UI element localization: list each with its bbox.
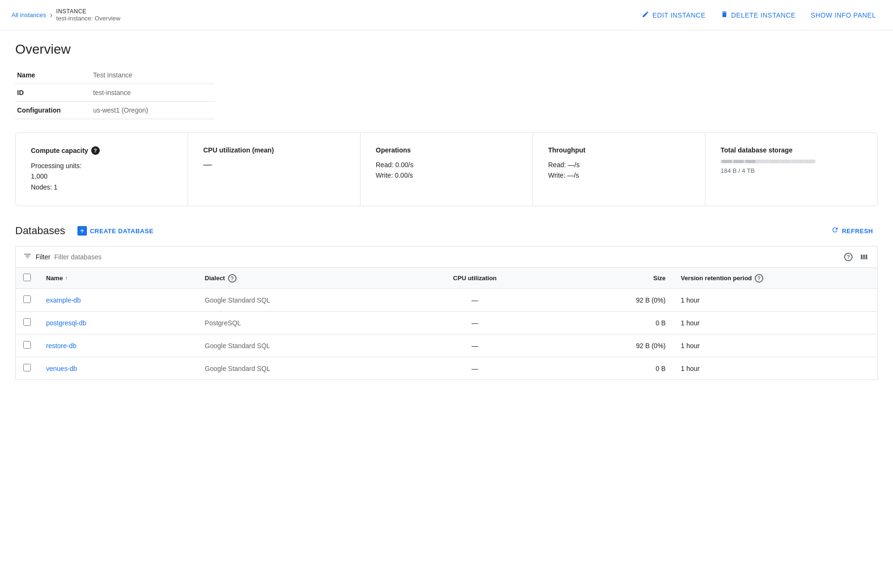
col-retention-label: Version retention period bbox=[681, 275, 752, 282]
operations-read: Read: 0.00/s bbox=[376, 160, 517, 170]
row-checkbox-3[interactable] bbox=[23, 364, 31, 371]
create-database-label: CREATE DATABASE bbox=[90, 228, 153, 235]
plus-icon: + bbox=[77, 226, 87, 236]
row-cpu-cell: — bbox=[396, 312, 554, 334]
name-header-container: Name ↑ bbox=[46, 275, 190, 282]
retention-header-container: Version retention period ? bbox=[681, 274, 870, 283]
instance-name: test-instance: Overview bbox=[56, 15, 120, 22]
dialect-help-icon[interactable]: ? bbox=[228, 274, 237, 283]
row-size-cell: 92 B (0%) bbox=[554, 289, 674, 312]
breadcrumb-separator: › bbox=[50, 11, 52, 19]
instance-section: INSTANCE test-instance: Overview bbox=[56, 8, 120, 22]
info-value-config: us-west1 (Oregon) bbox=[91, 102, 215, 119]
throughput-value: Read: —/s Write: —/s bbox=[548, 160, 690, 181]
db-name-link-2[interactable]: restore-db bbox=[46, 342, 76, 350]
row-cpu-cell: — bbox=[396, 334, 554, 357]
row-checkbox-0[interactable] bbox=[23, 295, 31, 303]
compute-line-3: Nodes: 1 bbox=[31, 182, 172, 192]
main-content: Overview Name Test Instance ID test-inst… bbox=[0, 30, 893, 391]
throughput-label: Throughput bbox=[548, 146, 586, 154]
table-row: venues-db Google Standard SQL — 0 B 1 ho… bbox=[16, 357, 878, 380]
storage-used-label: 184 B / 4 TB bbox=[721, 167, 862, 174]
delete-instance-button[interactable]: DELETE INSTANCE bbox=[715, 7, 801, 24]
databases-title-row: Databases + CREATE DATABASE bbox=[15, 223, 158, 238]
col-header-retention: Version retention period ? bbox=[673, 268, 877, 289]
row-checkbox-2[interactable] bbox=[23, 341, 31, 349]
storage-label: Total database storage bbox=[721, 146, 792, 154]
row-checkbox-cell bbox=[16, 289, 39, 312]
throughput-read: Read: —/s bbox=[548, 160, 690, 170]
row-checkbox-1[interactable] bbox=[23, 318, 31, 326]
info-label-config: Configuration bbox=[15, 102, 91, 119]
compute-value: Processing units: 1,000 Nodes: 1 bbox=[31, 161, 172, 192]
table-row: example-db Google Standard SQL — 92 B (0… bbox=[16, 289, 878, 312]
row-name-cell: venues-db bbox=[38, 357, 197, 380]
table-body: example-db Google Standard SQL — 92 B (0… bbox=[16, 289, 878, 380]
row-checkbox-cell bbox=[16, 357, 39, 380]
metric-operations-title: Operations bbox=[376, 146, 517, 154]
create-database-button[interactable]: + CREATE DATABASE bbox=[73, 223, 158, 238]
refresh-button[interactable]: REFRESH bbox=[826, 223, 878, 238]
metrics-card: Compute capacity ? Processing units: 1,0… bbox=[15, 133, 878, 206]
compute-help-icon[interactable]: ? bbox=[91, 146, 100, 155]
info-row-config: Configuration us-west1 (Oregon) bbox=[15, 102, 215, 119]
row-dialect-cell: PostgreSQL bbox=[197, 312, 396, 334]
col-header-dialect: Dialect ? bbox=[197, 268, 396, 289]
overview-info-table: Name Test Instance ID test-instance Conf… bbox=[15, 66, 215, 119]
storage-bar bbox=[721, 160, 816, 163]
metric-compute-title: Compute capacity ? bbox=[31, 146, 172, 155]
table-header-row: Name ↑ Dialect ? CPU utilization Size bbox=[16, 268, 878, 289]
row-dialect-value: Google Standard SQL bbox=[205, 296, 270, 304]
refresh-icon bbox=[831, 226, 839, 236]
table-help-icon[interactable]: ? bbox=[844, 253, 853, 261]
row-dialect-cell: Google Standard SQL bbox=[197, 334, 396, 357]
storage-segment-1 bbox=[733, 160, 744, 163]
column-chooser-icon[interactable] bbox=[858, 251, 870, 263]
top-bar: All instances › INSTANCE test-instance: … bbox=[0, 0, 893, 30]
row-dialect-cell: Google Standard SQL bbox=[197, 289, 396, 312]
filter-input[interactable] bbox=[54, 253, 197, 261]
table-row: restore-db Google Standard SQL — 92 B (0… bbox=[16, 334, 878, 357]
metric-cpu-title: CPU utilization (mean) bbox=[203, 146, 345, 154]
cpu-value: — bbox=[203, 160, 345, 170]
throughput-write: Write: —/s bbox=[548, 170, 690, 180]
trash-icon bbox=[721, 10, 728, 20]
filter-icon bbox=[23, 252, 32, 263]
show-info-panel-button[interactable]: SHOW INFO PANEL bbox=[805, 8, 882, 23]
row-dialect-value: Google Standard SQL bbox=[205, 342, 270, 350]
row-name-cell: example-db bbox=[38, 289, 197, 312]
sort-asc-icon[interactable]: ↑ bbox=[65, 275, 67, 282]
col-name-label: Name bbox=[46, 275, 63, 282]
db-name-link-0[interactable]: example-db bbox=[46, 296, 81, 304]
info-label-name: Name bbox=[15, 66, 91, 84]
db-name-link-1[interactable]: postgresql-db bbox=[46, 319, 86, 327]
row-dialect-value: PostgreSQL bbox=[205, 319, 241, 327]
filter-right: ? bbox=[844, 251, 870, 263]
databases-title: Databases bbox=[15, 225, 65, 237]
edit-instance-button[interactable]: EDIT INSTANCE bbox=[636, 7, 711, 24]
row-cpu-cell: — bbox=[396, 289, 554, 312]
storage-segment-2 bbox=[745, 160, 756, 163]
retention-help-icon[interactable]: ? bbox=[755, 274, 763, 283]
edit-instance-label: EDIT INSTANCE bbox=[652, 11, 705, 19]
databases-table: Name ↑ Dialect ? CPU utilization Size bbox=[15, 267, 878, 380]
delete-instance-label: DELETE INSTANCE bbox=[731, 11, 796, 19]
pencil-icon bbox=[642, 10, 649, 20]
row-dialect-cell: Google Standard SQL bbox=[197, 357, 396, 380]
breadcrumb: All instances › INSTANCE test-instance: … bbox=[11, 8, 120, 22]
storage-segment-6 bbox=[792, 160, 803, 163]
row-cpu-cell: — bbox=[396, 357, 554, 380]
metric-operations: Operations Read: 0.00/s Write: 0.00/s bbox=[361, 133, 533, 206]
db-name-link-3[interactable]: venues-db bbox=[46, 365, 77, 372]
show-info-panel-label: SHOW INFO PANEL bbox=[811, 11, 876, 19]
storage-segment-3 bbox=[757, 160, 768, 163]
storage-segment-7 bbox=[804, 160, 815, 163]
instance-label: INSTANCE bbox=[56, 8, 120, 15]
col-header-size: Size bbox=[554, 268, 674, 289]
row-retention-cell: 1 hour bbox=[673, 334, 877, 357]
filter-bar: Filter ? bbox=[15, 246, 878, 267]
all-instances-link[interactable]: All instances bbox=[11, 11, 46, 19]
select-all-checkbox[interactable] bbox=[23, 274, 31, 281]
metric-throughput: Throughput Read: —/s Write: —/s bbox=[533, 133, 705, 206]
overview-title: Overview bbox=[15, 42, 878, 57]
